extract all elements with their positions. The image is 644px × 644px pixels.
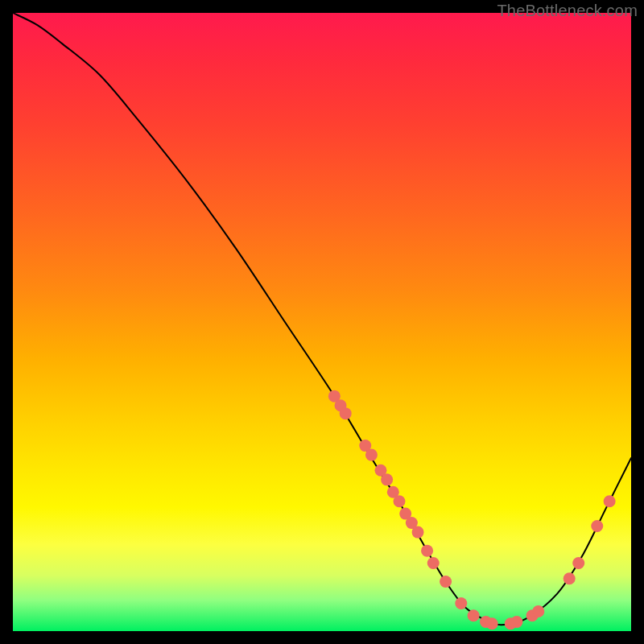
scatter-point — [412, 526, 424, 539]
scatter-point — [510, 616, 522, 628]
scatter-point — [421, 545, 433, 557]
scatter-point — [591, 520, 603, 532]
scatter-point — [604, 495, 616, 507]
scatter-point — [564, 572, 576, 584]
scatter-point — [340, 407, 352, 419]
scatter-point — [455, 597, 467, 609]
scatter-point — [365, 449, 378, 461]
scatter-points — [328, 390, 616, 630]
chart-container: TheBottleneck.com — [0, 0, 644, 644]
scatter-point — [486, 617, 498, 630]
curve-svg — [13, 13, 631, 631]
scatter-point — [468, 609, 480, 621]
scatter-point — [394, 495, 406, 507]
scatter-point — [532, 605, 544, 617]
plot-area — [13, 13, 631, 631]
scatter-point — [572, 557, 584, 569]
scatter-point — [427, 557, 440, 569]
scatter-point — [440, 576, 452, 588]
watermark-text: TheBottleneck.com — [497, 2, 638, 20]
scatter-point — [381, 473, 393, 485]
bottleneck-curve — [13, 13, 631, 625]
